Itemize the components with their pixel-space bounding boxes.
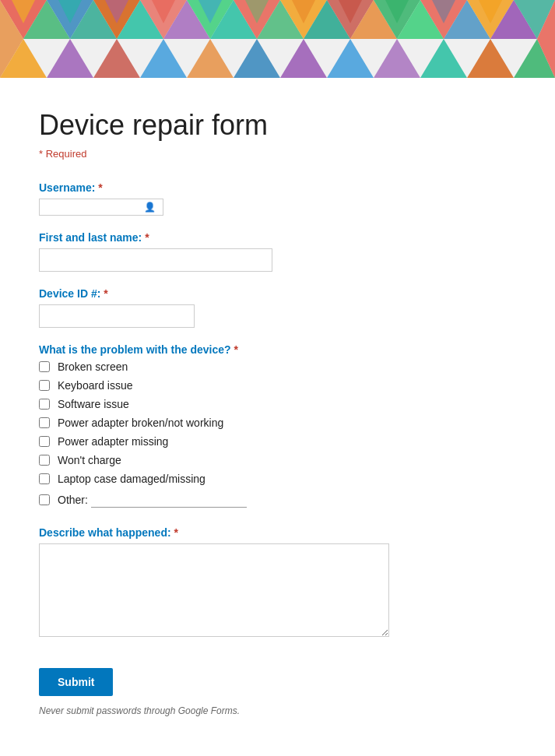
description-label: Describe what happened: * bbox=[39, 526, 516, 539]
footer-note: Never submit passwords through Google Fo… bbox=[39, 705, 516, 716]
device-id-label: Device ID #: * bbox=[39, 287, 516, 300]
checkbox-broken-screen-input[interactable] bbox=[39, 361, 50, 372]
svg-marker-26 bbox=[374, 39, 420, 78]
checkbox-power-adapter-missing-input[interactable] bbox=[39, 436, 50, 447]
form-container: Device repair form * Required Username: … bbox=[0, 78, 555, 756]
problem-label: What is the problem with the device? * bbox=[39, 343, 516, 356]
checkbox-power-adapter-broken-input[interactable] bbox=[39, 417, 50, 428]
name-label: First and last name: * bbox=[39, 231, 516, 244]
problem-field-group: What is the problem with the device? * B… bbox=[39, 343, 516, 508]
form-title: Device repair form bbox=[39, 109, 516, 142]
checkbox-other-input[interactable] bbox=[39, 494, 50, 505]
username-input-wrapper: 👤 bbox=[39, 199, 163, 216]
header-banner bbox=[0, 0, 555, 78]
username-label: Username: * bbox=[39, 181, 516, 194]
username-field-group: Username: * 👤 bbox=[39, 181, 516, 216]
other-text-input[interactable] bbox=[91, 491, 247, 508]
svg-marker-23 bbox=[327, 39, 374, 78]
name-field-group: First and last name: * bbox=[39, 231, 516, 272]
svg-marker-11 bbox=[140, 39, 187, 78]
svg-marker-5 bbox=[47, 39, 93, 78]
checkbox-power-adapter-broken: Power adapter broken/not working bbox=[39, 417, 516, 429]
username-input[interactable] bbox=[43, 201, 144, 213]
checkbox-keyboard-issue-input[interactable] bbox=[39, 380, 50, 391]
submit-button[interactable]: Submit bbox=[39, 668, 113, 696]
checkbox-power-adapter-missing: Power adapter missing bbox=[39, 435, 516, 448]
svg-marker-20 bbox=[280, 39, 327, 78]
checkbox-laptop-case: Laptop case damaged/missing bbox=[39, 473, 516, 485]
required-note: * Required bbox=[39, 148, 516, 160]
checkbox-wont-charge-input[interactable] bbox=[39, 455, 50, 466]
checkbox-keyboard-issue: Keyboard issue bbox=[39, 379, 516, 392]
autofill-icon[interactable]: 👤 bbox=[144, 202, 156, 213]
checkbox-wont-charge: Won't charge bbox=[39, 454, 516, 466]
checkbox-software-issue: Software issue bbox=[39, 398, 516, 410]
svg-marker-14 bbox=[187, 39, 234, 78]
name-input[interactable] bbox=[39, 248, 272, 272]
svg-marker-29 bbox=[420, 39, 467, 78]
checkbox-software-issue-input[interactable] bbox=[39, 399, 50, 410]
device-id-input[interactable] bbox=[39, 304, 195, 328]
svg-marker-32 bbox=[467, 39, 514, 78]
checkbox-laptop-case-input[interactable] bbox=[39, 473, 50, 484]
svg-marker-17 bbox=[234, 39, 280, 78]
checkbox-other: Other: bbox=[39, 491, 516, 508]
description-field-group: Describe what happened: * bbox=[39, 526, 516, 640]
svg-marker-8 bbox=[93, 39, 140, 78]
description-textarea[interactable] bbox=[39, 543, 389, 637]
checkbox-broken-screen: Broken screen bbox=[39, 360, 516, 373]
device-id-field-group: Device ID #: * bbox=[39, 287, 516, 328]
